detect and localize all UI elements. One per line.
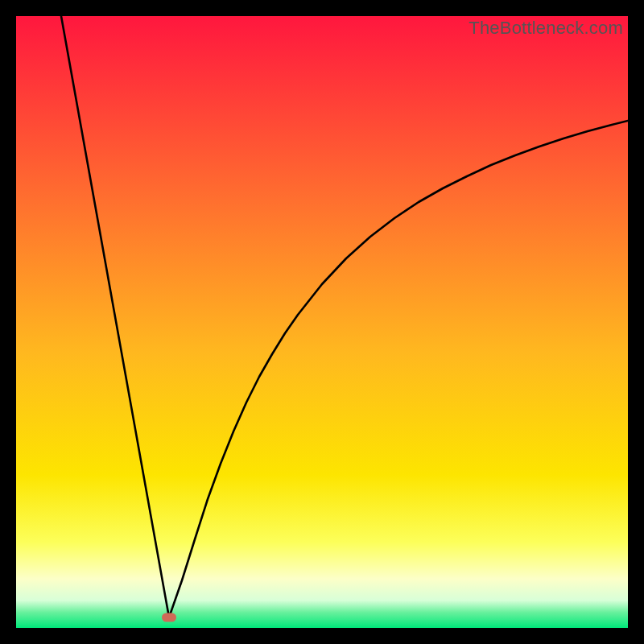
bottleneck-curve (16, 16, 628, 628)
plot-frame: TheBottleneck.com (16, 16, 628, 628)
minimum-marker (162, 613, 176, 622)
